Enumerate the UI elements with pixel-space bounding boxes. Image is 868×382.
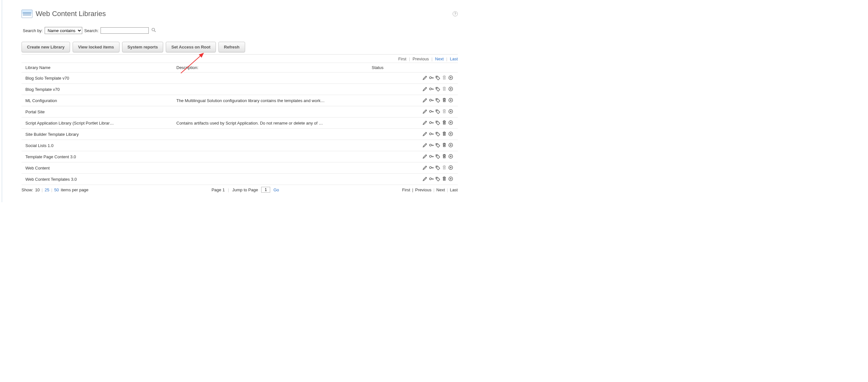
pager-last[interactable]: Last: [450, 57, 458, 61]
cell-actions: [406, 163, 458, 174]
pager-first[interactable]: First: [398, 57, 406, 61]
tag-icon[interactable]: [435, 97, 441, 103]
jump-go-button[interactable]: Go: [273, 187, 279, 192]
tag-icon[interactable]: [435, 108, 441, 114]
add-icon[interactable]: [448, 120, 454, 126]
edit-icon[interactable]: [422, 97, 428, 103]
key-icon[interactable]: [429, 86, 434, 92]
add-icon[interactable]: [448, 165, 454, 170]
pager-previous[interactable]: Previous: [412, 57, 429, 61]
per-page-50[interactable]: 50: [54, 187, 59, 192]
add-icon[interactable]: [448, 86, 454, 92]
svg-line-1: [155, 31, 155, 32]
add-icon[interactable]: [448, 108, 454, 114]
svg-point-4: [437, 77, 437, 77]
svg-point-9: [430, 99, 431, 101]
cell-description: [173, 151, 368, 163]
view-locked-button[interactable]: View locked items: [72, 42, 120, 52]
add-icon[interactable]: [448, 153, 454, 159]
svg-point-13: [437, 110, 437, 111]
cell-actions: [406, 73, 458, 84]
svg-point-24: [430, 155, 431, 157]
tag-icon[interactable]: [435, 165, 441, 170]
show-label: Show:: [22, 187, 33, 192]
key-icon[interactable]: [429, 142, 434, 148]
key-icon[interactable]: [429, 75, 434, 80]
pager-next-bottom[interactable]: Next: [436, 187, 445, 192]
trash-icon: [441, 75, 447, 80]
trash-icon[interactable]: [441, 176, 447, 182]
help-icon[interactable]: ?: [453, 11, 458, 16]
create-library-button[interactable]: Create new Library: [22, 42, 70, 52]
cell-library-name: Web Content: [22, 163, 173, 174]
search-input[interactable]: [100, 27, 149, 34]
key-icon[interactable]: [429, 176, 434, 182]
tag-icon[interactable]: [435, 153, 441, 159]
edit-icon[interactable]: [422, 108, 428, 114]
svg-point-7: [437, 88, 437, 89]
svg-point-12: [430, 110, 431, 112]
libraries-table: Library Name Description: Status Blog So…: [22, 63, 458, 185]
trash-icon[interactable]: [441, 131, 447, 137]
svg-point-27: [430, 167, 431, 169]
add-icon[interactable]: [448, 75, 454, 80]
tag-icon[interactable]: [435, 120, 441, 126]
tag-icon[interactable]: [435, 176, 441, 182]
cell-library-name: Blog Template v70: [22, 84, 173, 95]
col-status[interactable]: Status: [368, 63, 406, 73]
add-icon[interactable]: [448, 131, 454, 137]
edit-icon[interactable]: [422, 142, 428, 148]
table-row: Portal Site: [22, 106, 458, 117]
system-reports-button[interactable]: System reports: [122, 42, 163, 52]
cell-status: [368, 117, 406, 129]
per-page-10[interactable]: 10: [35, 187, 39, 192]
pager-footer: Show: 10 | 25 | 50 items per page Page 1…: [22, 187, 458, 193]
pager-next[interactable]: Next: [435, 57, 444, 61]
edit-icon[interactable]: [422, 131, 428, 137]
key-icon[interactable]: [429, 108, 434, 114]
key-icon[interactable]: [429, 131, 434, 137]
search-submit-icon[interactable]: [151, 28, 157, 33]
col-description[interactable]: Description:: [173, 63, 368, 73]
svg-point-31: [437, 178, 437, 178]
toolbar: Create new Library View locked items Sys…: [22, 42, 458, 52]
set-access-root-button[interactable]: Set Access on Root: [166, 42, 216, 52]
tag-icon[interactable]: [435, 142, 441, 148]
pager-previous-bottom[interactable]: Previous: [415, 187, 431, 192]
cell-description: [173, 163, 368, 174]
pager-first-bottom[interactable]: First: [402, 187, 410, 192]
per-page-25[interactable]: 25: [45, 187, 49, 192]
key-icon[interactable]: [429, 153, 434, 159]
add-icon[interactable]: [448, 176, 454, 182]
cell-actions: [406, 174, 458, 185]
key-icon[interactable]: [429, 120, 434, 126]
edit-icon[interactable]: [422, 86, 428, 92]
edit-icon[interactable]: [422, 165, 428, 170]
tag-icon[interactable]: [435, 75, 441, 80]
jump-to-page-input[interactable]: [261, 187, 270, 193]
cell-description: [173, 106, 368, 117]
trash-icon: [441, 86, 447, 92]
table-row: Script Application Library (Script Portl…: [22, 117, 458, 129]
trash-icon[interactable]: [441, 153, 447, 159]
tag-icon[interactable]: [435, 86, 441, 92]
trash-icon[interactable]: [441, 97, 447, 103]
add-icon[interactable]: [448, 97, 454, 103]
add-icon[interactable]: [448, 142, 454, 148]
key-icon[interactable]: [429, 97, 434, 103]
refresh-button[interactable]: Refresh: [218, 42, 245, 52]
search-mode-select[interactable]: Name contains: [45, 27, 82, 34]
edit-icon[interactable]: [422, 75, 428, 80]
trash-icon[interactable]: [441, 120, 447, 126]
edit-icon[interactable]: [422, 153, 428, 159]
cell-actions: [406, 129, 458, 140]
pager-last-bottom[interactable]: Last: [450, 187, 458, 192]
key-icon[interactable]: [429, 165, 434, 170]
edit-icon[interactable]: [422, 176, 428, 182]
table-row: Blog Solo Template v70: [22, 73, 458, 84]
trash-icon[interactable]: [441, 142, 447, 148]
edit-icon[interactable]: [422, 120, 428, 126]
cell-status: [368, 163, 406, 174]
tag-icon[interactable]: [435, 131, 441, 137]
col-library-name[interactable]: Library Name: [22, 63, 173, 73]
